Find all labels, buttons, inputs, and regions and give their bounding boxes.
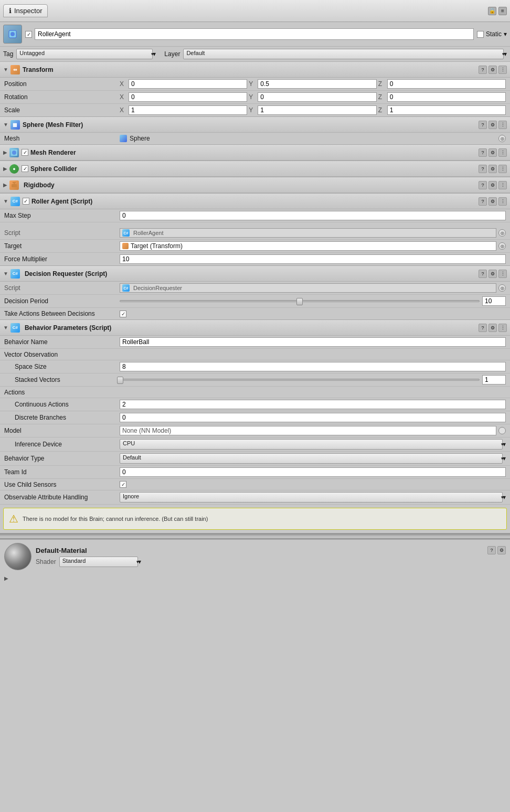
lock-icon[interactable]: 🔒 — [488, 7, 496, 15]
stacked-vectors-slider-thumb[interactable] — [117, 377, 123, 384]
roller-agent-header-icons: ? ⚙ ⋮ — [479, 197, 507, 206]
stacked-vectors-value-input[interactable] — [482, 375, 506, 384]
inference-device-select[interactable]: CPU — [120, 439, 503, 450]
sphere-collider-header[interactable]: ▶ ● Sphere Collider ? ⚙ ⋮ — [0, 161, 510, 177]
layer-select[interactable]: Default — [183, 49, 504, 59]
sphere-collider-menu-icon[interactable]: ⋮ — [498, 165, 507, 173]
rot-z-input[interactable] — [387, 92, 506, 102]
mesh-sphere-label: Sphere — [130, 135, 150, 142]
inspector-panel: Static ▾ Tag Untagged ▾ Layer Default ▾ … — [0, 22, 510, 583]
decision-period-slider-thumb[interactable] — [296, 298, 303, 305]
script-cs-icon: C# — [122, 229, 130, 237]
decision-script-ref-circle[interactable]: ◎ — [498, 284, 506, 292]
mesh-value: Sphere — [120, 135, 496, 142]
decision-requester-body: Script C# DecisionRequester ◎ Decision P… — [0, 282, 510, 319]
space-size-input[interactable] — [120, 362, 506, 371]
decision-requester-help-icon[interactable]: ? — [479, 270, 487, 278]
tag-select[interactable]: Untagged — [16, 49, 153, 59]
transform-help-icon[interactable]: ? — [479, 66, 487, 74]
roller-agent-body: Max Step Script C# RollerAgent ◎ Target — [0, 209, 510, 265]
rot-x-input[interactable] — [129, 92, 247, 102]
behavior-name-value — [120, 337, 506, 347]
rigidbody-header[interactable]: ▶ Rigidbody ? ⚙ ⋮ — [0, 177, 510, 193]
behavior-params-settings-icon[interactable]: ⚙ — [488, 324, 497, 332]
discrete-branches-input[interactable] — [120, 413, 506, 422]
decision-requester-settings-icon[interactable]: ⚙ — [488, 270, 497, 278]
mesh-renderer-settings-icon[interactable]: ⚙ — [488, 148, 497, 157]
decision-requester-header[interactable]: ▼ C# Decision Requester (Script) ? ⚙ ⋮ — [0, 266, 510, 282]
mesh-filter-header[interactable]: ▼ ▦ Sphere (Mesh Filter) ? ⚙ ⋮ — [0, 117, 510, 133]
material-expand-arrow[interactable]: ▶ — [4, 575, 8, 581]
scl-x-input[interactable] — [129, 105, 247, 115]
use-child-sensors-checkbox[interactable] — [120, 481, 126, 488]
transform-header[interactable]: ▼ ⇔ Transform ? ⚙ ⋮ — [0, 62, 510, 78]
mesh-ref-circle[interactable]: ◎ — [498, 135, 506, 142]
roller-agent-menu-icon[interactable]: ⋮ — [498, 197, 507, 206]
pos-x-input[interactable] — [129, 79, 247, 89]
take-actions-checkbox[interactable] — [120, 311, 126, 317]
behavior-type-select[interactable]: Default — [120, 453, 503, 464]
force-multiplier-input[interactable] — [120, 254, 506, 264]
target-ref-circle[interactable]: ◎ — [498, 242, 506, 250]
max-step-input[interactable] — [120, 211, 506, 220]
warning-text: There is no model for this Brain; cannot… — [23, 516, 208, 522]
rigidbody-help-icon[interactable]: ? — [479, 181, 487, 189]
model-ref-circle[interactable] — [498, 427, 506, 434]
scl-y-input[interactable] — [258, 105, 376, 115]
roller-agent-header[interactable]: ▼ C# Roller Agent (Script) ? ⚙ ⋮ — [0, 194, 510, 209]
stacked-vectors-slider-track[interactable] — [120, 379, 480, 381]
transform-menu-icon[interactable]: ⋮ — [498, 66, 507, 74]
mesh-renderer-enable-checkbox[interactable] — [22, 149, 28, 156]
sphere-collider-enable-checkbox[interactable] — [22, 165, 28, 172]
roller-agent-enable-checkbox[interactable] — [23, 198, 29, 205]
transform-settings-icon[interactable]: ⚙ — [488, 66, 497, 74]
decision-period-slider-track[interactable] — [120, 300, 480, 302]
mesh-filter-menu-icon[interactable]: ⋮ — [498, 121, 507, 129]
mesh-renderer-help-icon[interactable]: ? — [479, 148, 487, 157]
decision-period-value-input[interactable] — [482, 296, 506, 306]
material-settings-icon[interactable]: ⚙ — [497, 546, 506, 554]
script-ref-circle[interactable]: ◎ — [498, 229, 506, 237]
roller-agent-help-icon[interactable]: ? — [479, 197, 487, 206]
mesh-filter-help-icon[interactable]: ? — [479, 121, 487, 129]
force-multiplier-row: Force Multiplier — [0, 253, 510, 265]
sphere-collider-settings-icon[interactable]: ⚙ — [488, 165, 497, 173]
rigidbody-menu-icon[interactable]: ⋮ — [498, 181, 507, 189]
mesh-renderer-header[interactable]: ▶ Mesh Renderer ? ⚙ ⋮ — [0, 145, 510, 161]
rot-y-input[interactable] — [258, 92, 376, 102]
scl-z-input[interactable] — [387, 105, 506, 115]
roller-agent-settings-icon[interactable]: ⚙ — [488, 197, 497, 206]
rigidbody-settings-icon[interactable]: ⚙ — [488, 181, 497, 189]
gameobject-active-checkbox[interactable] — [25, 31, 32, 38]
menu-icon[interactable]: ≡ — [498, 7, 507, 15]
tag-value: Untagged — [19, 50, 45, 56]
shader-select[interactable]: Standard — [59, 557, 138, 567]
behavior-params-menu-icon[interactable]: ⋮ — [498, 324, 507, 332]
sphere-collider-help-icon[interactable]: ? — [479, 165, 487, 173]
behavior-params-header-icons: ? ⚙ ⋮ — [479, 324, 507, 332]
behavior-params-help-icon[interactable]: ? — [479, 324, 487, 332]
decision-requester-menu-icon[interactable]: ⋮ — [498, 270, 507, 278]
behavior-params-collapse-arrow: ▼ — [3, 325, 8, 330]
inspector-tab[interactable]: ℹ Inspector — [3, 4, 48, 17]
behavior-name-input[interactable] — [120, 337, 506, 347]
static-dropdown-arrow[interactable]: ▾ — [504, 30, 507, 38]
vector-obs-row: Vector Observation — [0, 349, 510, 360]
static-checkbox[interactable] — [477, 31, 484, 38]
behavior-params-header[interactable]: ▼ C# Behavior Parameters (Script) ? ⚙ ⋮ — [0, 320, 510, 336]
material-help-icon[interactable]: ? — [487, 546, 496, 554]
team-id-input[interactable] — [120, 467, 506, 477]
mesh-filter-settings-icon[interactable]: ⚙ — [488, 121, 497, 129]
behavior-params-component: ▼ C# Behavior Parameters (Script) ? ⚙ ⋮ … — [0, 320, 510, 533]
material-expand-row: ▶ — [0, 573, 510, 583]
mesh-renderer-menu-icon[interactable]: ⋮ — [498, 148, 507, 157]
observable-attr-select[interactable]: Ignore — [120, 492, 503, 503]
pos-z-input[interactable] — [387, 79, 506, 89]
stacked-vectors-row: Stacked Vectors — [0, 373, 510, 387]
pos-y-input[interactable] — [258, 79, 376, 89]
continuous-actions-input[interactable] — [120, 400, 506, 409]
rigidbody-header-icons: ? ⚙ ⋮ — [479, 181, 507, 189]
force-multiplier-value — [120, 254, 506, 264]
gameobject-icon — [3, 25, 22, 44]
gameobject-name-input[interactable] — [35, 28, 474, 40]
